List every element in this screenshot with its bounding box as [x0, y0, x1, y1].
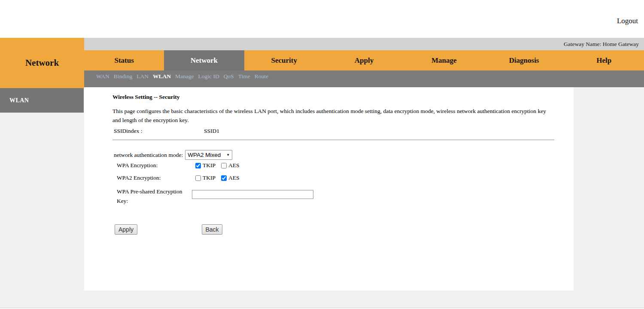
subnav-item-logic-id[interactable]: Logic ID — [198, 73, 219, 80]
subnav-item-wan[interactable]: WAN — [96, 73, 109, 80]
wpa-tkip-label: TKIP — [203, 162, 216, 169]
wpa2-encryption-label: WPA2 Encryption: — [117, 174, 195, 181]
preshared-key-input[interactable] — [192, 190, 313, 199]
auth-mode-select-wrap: WPA2 Mixed ▼ — [185, 150, 232, 160]
wpa-aes-label: AES — [228, 162, 240, 169]
wpa2-tkip-checkbox[interactable] — [195, 175, 201, 181]
content-panel: Wireless Setting -- Security This page c… — [84, 87, 574, 291]
wpa-encryption-label: WPA Encryption: — [117, 162, 195, 169]
page-description: This page configures the basic character… — [112, 107, 547, 125]
sidebar-section-title: Network — [25, 58, 59, 68]
subnav-item-qos[interactable]: QoS — [224, 73, 234, 80]
network-auth-mode-select[interactable]: WPA2 Mixed — [185, 150, 232, 160]
tab-status[interactable]: Status — [84, 50, 164, 70]
wpa2-aes-label: AES — [228, 174, 240, 181]
wpa-tkip-checkbox[interactable] — [195, 163, 201, 168]
tab-apply[interactable]: Apply — [324, 50, 404, 70]
sub-nav: WAN Binding LAN WLAN Manage Logic ID QoS… — [84, 70, 644, 87]
wpa2-encryption-row: WPA2 Encryption: TKIP AES — [117, 174, 245, 181]
tab-network[interactable]: Network — [164, 50, 244, 70]
subnav-item-binding[interactable]: Binding — [114, 73, 133, 80]
tab-security[interactable]: Security — [244, 50, 324, 70]
auth-mode-label: network authentication mode: — [114, 152, 183, 159]
back-button[interactable]: Back — [202, 224, 222, 235]
gateway-name-text: Gateway Name: Home Gateway — [564, 41, 639, 48]
router-admin-page: Logout Gateway Name: Home Gateway Status… — [0, 0, 644, 309]
main-nav: Status Network Security Apply Manage Dia… — [84, 50, 644, 70]
subnav-item-route[interactable]: Route — [255, 73, 268, 80]
sidebar-item-wlan[interactable]: WLAN — [0, 88, 84, 113]
sidebar-item-label: WLAN — [9, 97, 29, 104]
subnav-item-lan[interactable]: LAN — [137, 73, 149, 80]
wpa-aes-checkbox[interactable] — [221, 163, 227, 168]
section-divider — [112, 140, 554, 140]
apply-button[interactable]: Apply — [115, 224, 137, 235]
subnav-item-wlan[interactable]: WLAN — [153, 73, 171, 80]
wpa2-aes-checkbox[interactable] — [221, 175, 227, 181]
subnav-item-manage[interactable]: Manage — [175, 73, 194, 80]
wpa2-tkip-label: TKIP — [203, 174, 216, 181]
tab-diagnosis[interactable]: Diagnosis — [484, 50, 564, 70]
tab-help[interactable]: Help — [564, 50, 644, 70]
preshared-key-label: WPA Pre-shared Encryption Key: — [117, 187, 191, 205]
auth-mode-row: network authentication mode: WPA2 Mixed … — [114, 150, 232, 160]
logout-link[interactable]: Logout — [617, 17, 638, 25]
subnav-item-time[interactable]: Time — [238, 73, 250, 80]
gateway-name-bar: Gateway Name: Home Gateway — [84, 38, 644, 50]
wpa-encryption-row: WPA Encryption: TKIP AES — [117, 162, 245, 169]
ssid-index-label: SSIDindex : — [114, 128, 142, 135]
tab-manage[interactable]: Manage — [404, 50, 484, 70]
sidebar-section-header: Network — [0, 38, 84, 88]
page-title: Wireless Setting -- Security — [112, 94, 180, 101]
ssid-index-value: SSID1 — [204, 128, 219, 135]
